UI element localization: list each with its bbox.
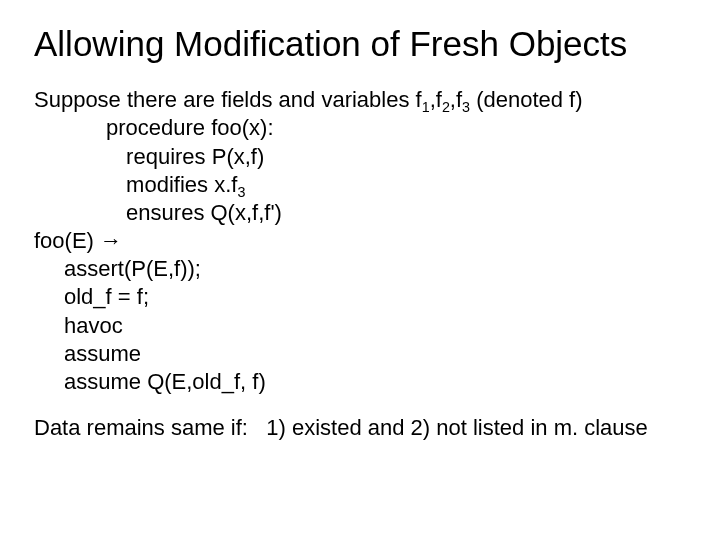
slide: Allowing Modification of Fresh Objects S…	[0, 0, 720, 540]
havoc-line: havoc	[34, 312, 686, 340]
intro-c: ,f	[450, 87, 462, 112]
slide-body: Suppose there are fields and variables f…	[34, 86, 686, 442]
call-line: foo(E) →	[34, 227, 686, 255]
assume-q-line: assume Q(E,old_f, f)	[34, 368, 686, 396]
assert-line: assert(P(E,f));	[34, 255, 686, 283]
sub-3: 3	[462, 100, 470, 116]
requires-line: requires P(x,f)	[34, 143, 686, 171]
mod-a: modifies x.f	[120, 172, 237, 197]
ensures-line: ensures Q(x,f,f')	[34, 199, 686, 227]
slide-title: Allowing Modification of Fresh Objects	[34, 24, 686, 64]
modifies-line: modifies x.f3	[34, 171, 686, 199]
assume-line: assume	[34, 340, 686, 368]
intro-b: ,f	[430, 87, 442, 112]
sub-1: 1	[422, 100, 430, 116]
mod-sub: 3	[237, 184, 245, 200]
intro-d: (denoted f)	[470, 87, 583, 112]
intro-a: Suppose there are fields and variables f	[34, 87, 422, 112]
spacer	[34, 396, 686, 414]
sub-2: 2	[442, 100, 450, 116]
oldf-line: old_f = f;	[34, 283, 686, 311]
footer-line: Data remains same if: 1) existed and 2) …	[34, 414, 686, 442]
intro-line: Suppose there are fields and variables f…	[34, 86, 686, 114]
proc-line: procedure foo(x):	[34, 114, 686, 142]
